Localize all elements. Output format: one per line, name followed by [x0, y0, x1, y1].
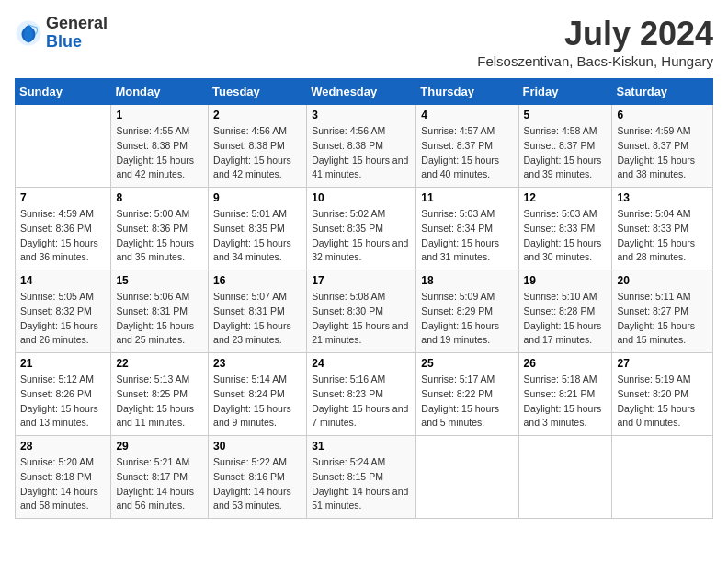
calendar-cell [416, 436, 518, 519]
calendar-cell: 28Sunrise: 5:20 AMSunset: 8:18 PMDayligh… [16, 436, 111, 519]
calendar-cell: 3Sunrise: 4:56 AMSunset: 8:38 PMDaylight… [307, 105, 416, 188]
calendar-cell: 7Sunrise: 4:59 AMSunset: 8:36 PMDaylight… [16, 188, 111, 270]
title-area: July 2024 Felsoszentivan, Bacs-Kiskun, H… [477, 15, 713, 69]
calendar-cell: 22Sunrise: 5:13 AMSunset: 8:25 PMDayligh… [111, 353, 209, 436]
logo-general: General [46, 15, 108, 33]
day-info: Sunrise: 5:09 AMSunset: 8:29 PMDaylight:… [421, 290, 513, 348]
day-info: Sunrise: 4:56 AMSunset: 8:38 PMDaylight:… [312, 124, 411, 182]
day-number: 23 [213, 357, 301, 370]
day-number: 26 [524, 357, 608, 370]
calendar-cell: 16Sunrise: 5:07 AMSunset: 8:31 PMDayligh… [209, 270, 307, 353]
logo-icon [15, 19, 42, 47]
day-number: 1 [116, 109, 203, 121]
day-info: Sunrise: 5:12 AMSunset: 8:26 PMDaylight:… [20, 373, 106, 431]
calendar-cell: 8Sunrise: 5:00 AMSunset: 8:36 PMDaylight… [111, 188, 209, 270]
calendar-header: Sunday Monday Tuesday Wednesday Thursday… [16, 79, 713, 105]
day-info: Sunrise: 5:16 AMSunset: 8:23 PMDaylight:… [312, 373, 411, 431]
calendar-cell: 18Sunrise: 5:09 AMSunset: 8:29 PMDayligh… [416, 270, 518, 353]
day-info: Sunrise: 4:59 AMSunset: 8:36 PMDaylight:… [20, 207, 106, 265]
calendar-cell: 25Sunrise: 5:17 AMSunset: 8:22 PMDayligh… [416, 353, 518, 436]
day-info: Sunrise: 4:57 AMSunset: 8:37 PMDaylight:… [421, 124, 513, 182]
subtitle: Felsoszentivan, Bacs-Kiskun, Hungary [477, 53, 713, 69]
day-number: 10 [312, 191, 411, 204]
day-info: Sunrise: 5:22 AMSunset: 8:16 PMDaylight:… [213, 455, 301, 513]
day-number: 3 [312, 109, 411, 121]
calendar-cell: 15Sunrise: 5:06 AMSunset: 8:31 PMDayligh… [111, 270, 209, 353]
day-info: Sunrise: 4:58 AMSunset: 8:37 PMDaylight:… [524, 124, 608, 182]
col-sunday: Sunday [16, 79, 111, 105]
calendar-table: Sunday Monday Tuesday Wednesday Thursday… [15, 78, 713, 519]
day-info: Sunrise: 5:17 AMSunset: 8:22 PMDaylight:… [421, 373, 513, 431]
calendar-cell: 6Sunrise: 4:59 AMSunset: 8:37 PMDaylight… [612, 105, 713, 188]
day-number: 15 [116, 274, 203, 287]
calendar-cell: 14Sunrise: 5:05 AMSunset: 8:32 PMDayligh… [16, 270, 111, 353]
day-number: 17 [312, 274, 411, 287]
col-wednesday: Wednesday [307, 79, 416, 105]
day-info: Sunrise: 4:55 AMSunset: 8:38 PMDaylight:… [116, 124, 203, 182]
calendar-cell: 11Sunrise: 5:03 AMSunset: 8:34 PMDayligh… [416, 188, 518, 270]
day-number: 29 [116, 440, 203, 453]
day-number: 16 [213, 274, 301, 287]
day-number: 4 [421, 109, 513, 121]
calendar-cell: 10Sunrise: 5:02 AMSunset: 8:35 PMDayligh… [307, 188, 416, 270]
day-number: 25 [421, 357, 513, 370]
col-saturday: Saturday [612, 79, 713, 105]
day-info: Sunrise: 5:10 AMSunset: 8:28 PMDaylight:… [524, 290, 608, 348]
day-info: Sunrise: 5:13 AMSunset: 8:25 PMDaylight:… [116, 373, 203, 431]
calendar-cell: 23Sunrise: 5:14 AMSunset: 8:24 PMDayligh… [209, 353, 307, 436]
calendar-cell: 13Sunrise: 5:04 AMSunset: 8:33 PMDayligh… [612, 188, 713, 270]
day-number: 13 [617, 191, 708, 204]
col-friday: Friday [518, 79, 612, 105]
day-info: Sunrise: 5:11 AMSunset: 8:27 PMDaylight:… [617, 290, 708, 348]
day-number: 19 [524, 274, 608, 287]
day-number: 8 [116, 191, 203, 204]
page-header: General Blue July 2024 Felsoszentivan, B… [15, 15, 713, 69]
calendar-cell: 5Sunrise: 4:58 AMSunset: 8:37 PMDaylight… [518, 105, 612, 188]
day-number: 30 [213, 440, 301, 453]
day-info: Sunrise: 5:04 AMSunset: 8:33 PMDaylight:… [617, 207, 708, 265]
calendar-cell: 31Sunrise: 5:24 AMSunset: 8:15 PMDayligh… [307, 436, 416, 519]
day-info: Sunrise: 5:21 AMSunset: 8:17 PMDaylight:… [116, 455, 203, 513]
day-info: Sunrise: 5:05 AMSunset: 8:32 PMDaylight:… [20, 290, 106, 348]
day-info: Sunrise: 5:19 AMSunset: 8:20 PMDaylight:… [617, 373, 708, 431]
day-info: Sunrise: 5:18 AMSunset: 8:21 PMDaylight:… [524, 373, 608, 431]
day-number: 5 [524, 109, 608, 121]
day-number: 28 [20, 440, 106, 453]
logo: General Blue [15, 15, 108, 52]
day-number: 20 [617, 274, 708, 287]
calendar-cell: 4Sunrise: 4:57 AMSunset: 8:37 PMDaylight… [416, 105, 518, 188]
day-info: Sunrise: 5:08 AMSunset: 8:30 PMDaylight:… [312, 290, 411, 348]
day-number: 12 [524, 191, 608, 204]
col-thursday: Thursday [416, 79, 518, 105]
day-info: Sunrise: 5:20 AMSunset: 8:18 PMDaylight:… [20, 455, 106, 513]
calendar-cell [16, 105, 111, 188]
calendar-cell: 2Sunrise: 4:56 AMSunset: 8:38 PMDaylight… [209, 105, 307, 188]
day-number: 31 [312, 440, 411, 453]
day-info: Sunrise: 5:14 AMSunset: 8:24 PMDaylight:… [213, 373, 301, 431]
calendar-cell [518, 436, 612, 519]
day-number: 21 [20, 357, 106, 370]
day-number: 22 [116, 357, 203, 370]
calendar-cell: 21Sunrise: 5:12 AMSunset: 8:26 PMDayligh… [16, 353, 111, 436]
calendar-cell: 30Sunrise: 5:22 AMSunset: 8:16 PMDayligh… [209, 436, 307, 519]
calendar-cell: 12Sunrise: 5:03 AMSunset: 8:33 PMDayligh… [518, 188, 612, 270]
calendar-cell: 19Sunrise: 5:10 AMSunset: 8:28 PMDayligh… [518, 270, 612, 353]
day-info: Sunrise: 5:00 AMSunset: 8:36 PMDaylight:… [116, 207, 203, 265]
day-number: 18 [421, 274, 513, 287]
calendar-cell: 1Sunrise: 4:55 AMSunset: 8:38 PMDaylight… [111, 105, 209, 188]
day-number: 2 [213, 109, 301, 121]
logo-blue: Blue [46, 33, 108, 52]
calendar-cell: 17Sunrise: 5:08 AMSunset: 8:30 PMDayligh… [307, 270, 416, 353]
day-number: 6 [617, 109, 708, 121]
day-info: Sunrise: 5:02 AMSunset: 8:35 PMDaylight:… [312, 207, 411, 265]
calendar-cell: 26Sunrise: 5:18 AMSunset: 8:21 PMDayligh… [518, 353, 612, 436]
logo-text: General Blue [46, 15, 108, 52]
day-info: Sunrise: 5:03 AMSunset: 8:34 PMDaylight:… [421, 207, 513, 265]
day-number: 14 [20, 274, 106, 287]
day-info: Sunrise: 5:01 AMSunset: 8:35 PMDaylight:… [213, 207, 301, 265]
col-monday: Monday [111, 79, 209, 105]
day-info: Sunrise: 5:03 AMSunset: 8:33 PMDaylight:… [524, 207, 608, 265]
calendar-cell: 24Sunrise: 5:16 AMSunset: 8:23 PMDayligh… [307, 353, 416, 436]
day-number: 11 [421, 191, 513, 204]
day-info: Sunrise: 5:24 AMSunset: 8:15 PMDaylight:… [312, 455, 411, 513]
